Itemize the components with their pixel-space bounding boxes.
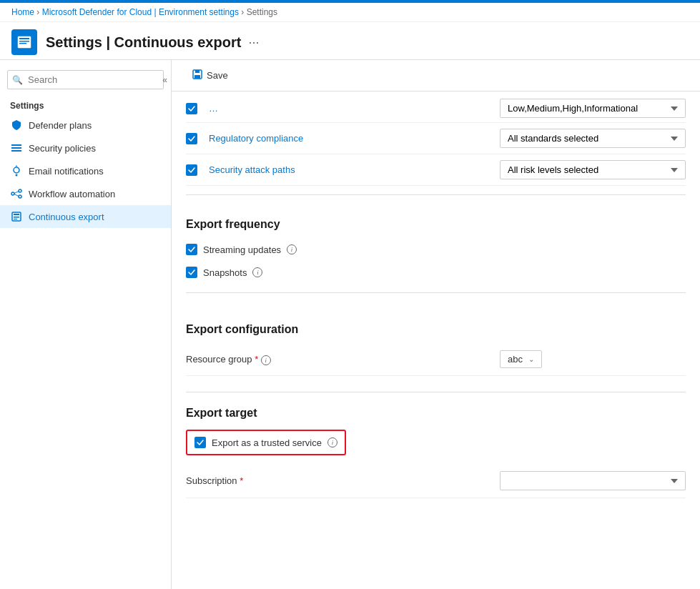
sidebar-item-label: Email notifications: [29, 166, 104, 177]
resource-group-row: Resource group * i abc ⌄: [186, 343, 686, 376]
svg-line-13: [14, 192, 19, 194]
export-frequency-title: Export frequency: [186, 204, 686, 238]
page-header: Settings | Continuous export ···: [0, 22, 700, 60]
security-attack-paths-checkbox[interactable]: [186, 164, 197, 176]
regulatory-compliance-label: Regulatory compliance: [203, 133, 500, 144]
export-configuration-title: Export configuration: [186, 309, 686, 343]
svg-point-7: [14, 167, 19, 173]
resource-group-required: *: [255, 354, 258, 365]
sidebar-item-label: Security policies: [29, 143, 96, 154]
sidebar-item-security-policies[interactable]: Security policies: [0, 137, 171, 159]
attack-check-col: [186, 164, 203, 176]
resource-group-value: abc: [508, 354, 523, 365]
sidebar: 🔍 « Settings Defender plans Security pol…: [0, 60, 172, 589]
streaming-updates-label: Streaming updates: [203, 244, 281, 255]
collapse-sidebar-button[interactable]: «: [162, 75, 167, 85]
severity-row: … Low,Medium,High,Informational: [186, 94, 686, 123]
page-icon: [11, 29, 37, 55]
sidebar-item-label: Workflow automation: [29, 189, 115, 199]
subscription-control: [500, 471, 686, 490]
regulatory-compliance-checkbox[interactable]: [186, 133, 197, 144]
sidebar-item-label: Continuous export: [29, 212, 104, 222]
svg-point-11: [19, 189, 21, 192]
sidebar-item-label: Defender plans: [29, 120, 92, 131]
breadcrumb-home[interactable]: Home: [11, 7, 34, 17]
export-target-title: Export target: [186, 407, 686, 420]
breadcrumb-current: Settings: [247, 7, 277, 17]
reg-check-col: [186, 133, 203, 144]
search-input[interactable]: [7, 70, 164, 89]
sidebar-item-email-notifications[interactable]: Email notifications: [0, 159, 171, 182]
trusted-service-highlighted-row: Export as a trusted service i: [186, 430, 346, 455]
breadcrumb-env-settings[interactable]: Microsoft Defender for Cloud | Environme…: [42, 7, 239, 17]
resource-group-dropdown[interactable]: abc ⌄: [500, 350, 542, 368]
svg-rect-2: [19, 41, 29, 42]
trusted-service-label: Export as a trusted service: [212, 437, 322, 448]
resource-group-chevron-icon: ⌄: [528, 355, 534, 363]
breadcrumb: Home › Microsoft Defender for Cloud | En…: [0, 3, 700, 22]
save-label: Save: [207, 70, 228, 81]
severity-dropdown-col: Low,Medium,High,Informational: [500, 99, 686, 118]
security-attack-paths-dropdown[interactable]: All risk levels selected: [500, 160, 686, 179]
more-options-button[interactable]: ···: [248, 35, 259, 50]
search-icon: 🔍: [12, 75, 23, 85]
resource-group-info-icon[interactable]: i: [261, 355, 271, 365]
sidebar-item-defender-plans[interactable]: Defender plans: [0, 114, 171, 137]
streaming-updates-info-icon[interactable]: i: [287, 244, 297, 254]
security-policies-icon: [10, 142, 23, 154]
subscription-required: *: [240, 475, 243, 486]
svg-rect-21: [194, 75, 200, 79]
content-area: … Low,Medium,High,Informational Regul: [172, 91, 700, 513]
toolbar: Save: [172, 60, 700, 91]
snapshots-info-icon[interactable]: i: [252, 267, 262, 277]
svg-rect-17: [14, 217, 19, 218]
regulatory-compliance-dropdown[interactable]: All standards selected: [500, 129, 686, 148]
svg-rect-1: [19, 38, 29, 39]
svg-rect-20: [195, 70, 199, 73]
email-notifications-icon: [10, 164, 23, 177]
svg-rect-4: [11, 144, 21, 146]
resource-group-control: abc ⌄: [500, 350, 686, 368]
sidebar-section-title: Settings: [0, 96, 171, 114]
save-button[interactable]: Save: [186, 66, 234, 85]
defender-plans-icon: [10, 119, 23, 132]
severity-dropdown[interactable]: Low,Medium,High,Informational: [500, 99, 686, 118]
search-container: 🔍 «: [7, 70, 164, 89]
severity-check-col: [186, 103, 203, 114]
severity-checkbox[interactable]: [186, 103, 197, 114]
export-configuration-section: Export configuration Resource group * i …: [186, 302, 686, 383]
attack-paths-dropdown-col: All risk levels selected: [500, 160, 686, 179]
svg-rect-3: [19, 43, 26, 44]
export-frequency-section: Export frequency Streaming updates i Sna…: [186, 204, 686, 284]
sidebar-item-continuous-export[interactable]: Continuous export: [0, 205, 171, 228]
workflow-automation-icon: [10, 187, 23, 200]
svg-line-14: [14, 194, 19, 197]
svg-point-9: [16, 174, 18, 177]
svg-rect-18: [14, 219, 17, 219]
svg-point-10: [11, 192, 14, 195]
subscription-row: Subscription *: [186, 464, 686, 498]
trusted-service-info-icon[interactable]: i: [327, 437, 337, 447]
subscription-label: Subscription *: [186, 475, 500, 486]
streaming-updates-checkbox[interactable]: [186, 244, 197, 255]
svg-point-12: [19, 195, 21, 198]
svg-rect-5: [11, 147, 21, 149]
severity-label: …: [203, 103, 500, 114]
subscription-dropdown[interactable]: [500, 471, 686, 490]
page-title: Settings | Continuous export: [46, 34, 241, 51]
sidebar-item-workflow-automation[interactable]: Workflow automation: [0, 182, 171, 205]
divider-2: [186, 292, 686, 293]
main-layout: 🔍 « Settings Defender plans Security pol…: [0, 60, 700, 589]
continuous-export-icon: [10, 210, 23, 223]
trusted-service-checkbox[interactable]: [194, 437, 206, 448]
resource-group-label: Resource group * i: [186, 354, 500, 365]
save-icon: [192, 69, 203, 82]
snapshots-label: Snapshots: [203, 267, 247, 278]
security-attack-paths-label: Security attack paths: [203, 164, 500, 175]
export-target-section: Export target Export as a trusted servic…: [186, 407, 686, 498]
snapshots-checkbox[interactable]: [186, 267, 197, 278]
svg-rect-16: [14, 214, 19, 215]
snapshots-row: Snapshots i: [186, 261, 686, 284]
divider-1: [186, 194, 686, 195]
main-content: Save … Low,Medium,High,Informational: [172, 60, 700, 589]
